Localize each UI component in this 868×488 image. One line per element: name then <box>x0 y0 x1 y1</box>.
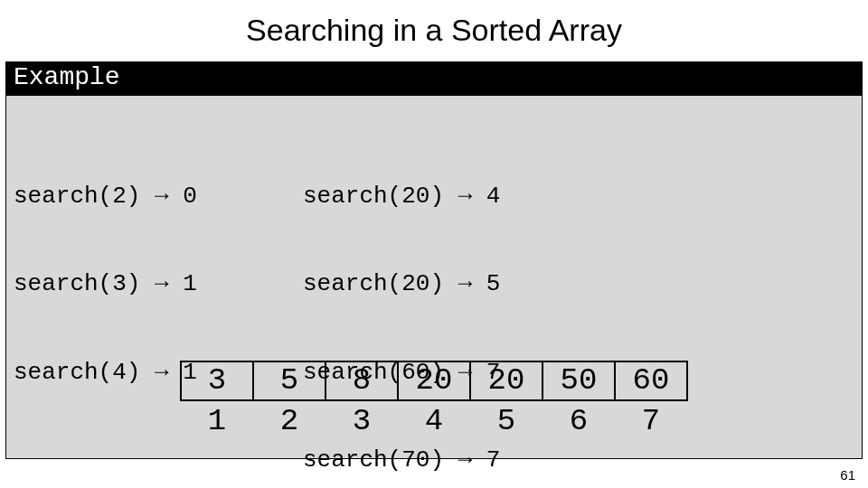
example-line: search(20) → 5 <box>303 269 610 299</box>
array-diagram: 3 5 8 20 20 50 60 1 2 3 4 5 6 7 <box>6 361 862 440</box>
array-cell: 60 <box>615 361 687 400</box>
array-cell: 20 <box>470 361 542 400</box>
example-line: search(20) → 4 <box>303 182 610 211</box>
slide-title: Searching in a Sorted Array <box>0 0 868 57</box>
array-cell: 8 <box>326 361 398 400</box>
slide: Searching in a Sorted Array Example sear… <box>0 0 868 488</box>
example-heading: Example <box>6 62 862 96</box>
array-cell: 50 <box>542 361 615 400</box>
array-cell: 20 <box>398 361 470 400</box>
array-table: 3 5 8 20 20 50 60 1 2 3 4 5 6 7 <box>180 361 688 440</box>
page-number: 61 <box>840 467 855 483</box>
array-indices-row: 1 2 3 4 5 6 7 <box>181 400 687 440</box>
example-line: search(2) → 0 <box>14 182 303 211</box>
array-cell: 3 <box>181 361 253 400</box>
array-index: 1 <box>181 400 253 440</box>
array-index: 5 <box>470 400 542 440</box>
example-line: search(70) → 7 <box>303 446 610 475</box>
array-index: 3 <box>326 400 398 440</box>
array-index: 2 <box>253 400 326 440</box>
array-values-row: 3 5 8 20 20 50 60 <box>181 361 687 400</box>
array-index: 4 <box>398 400 470 440</box>
content-box: Example search(2) → 0 search(3) → 1 sear… <box>5 61 863 459</box>
array-index: 6 <box>542 400 615 440</box>
array-cell: 5 <box>253 361 326 400</box>
array-index: 7 <box>615 400 687 440</box>
example-line: search(3) → 1 <box>14 269 303 299</box>
